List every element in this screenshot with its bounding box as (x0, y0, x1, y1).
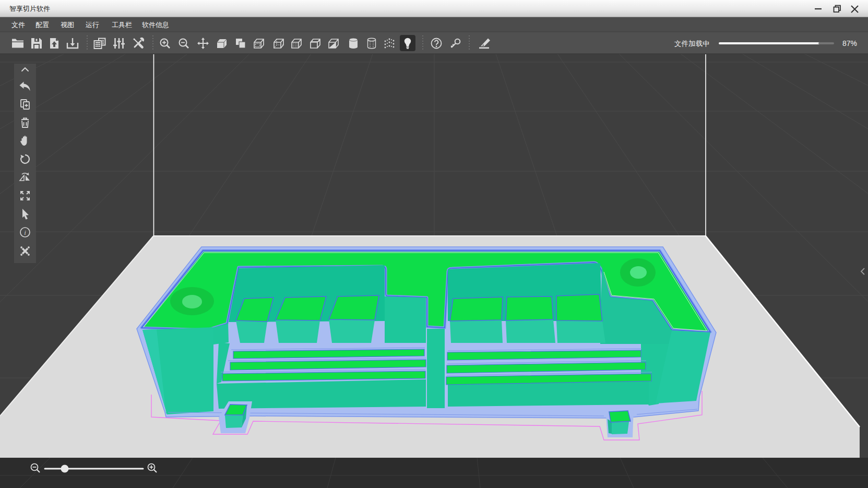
svg-text:运行: 运行 (86, 21, 99, 29)
svg-text:文件: 文件 (11, 21, 25, 29)
svg-text:i: i (24, 229, 26, 236)
svg-text:文件加载中: 文件加载中 (674, 40, 710, 47)
svg-text:软件信息: 软件信息 (142, 21, 169, 29)
svg-text:工具栏: 工具栏 (112, 21, 132, 29)
svg-text:智享切片软件: 智享切片软件 (9, 5, 50, 13)
svg-text:视图: 视图 (61, 21, 74, 29)
svg-text:87%: 87% (842, 39, 857, 47)
svg-text:配置: 配置 (35, 21, 49, 29)
